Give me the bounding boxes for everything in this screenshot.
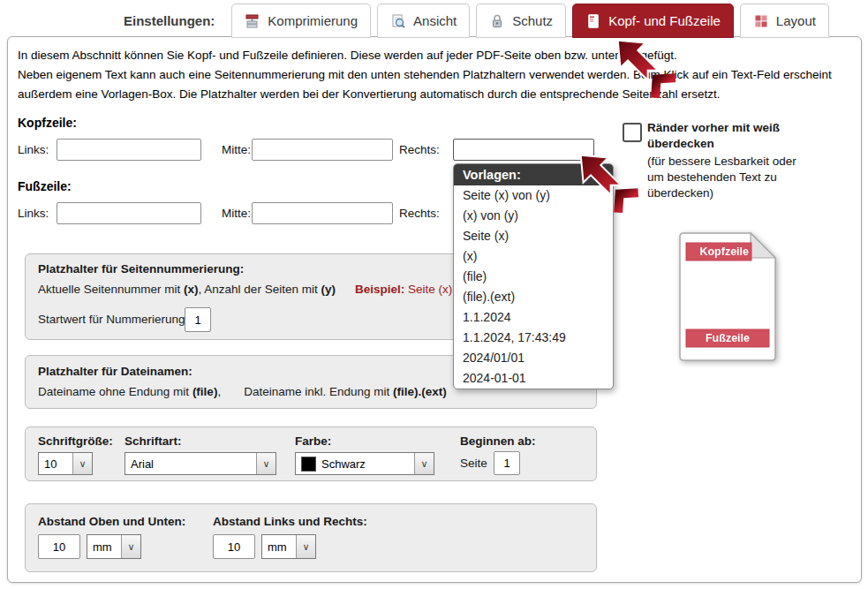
tab-label: Ansicht [413, 13, 457, 28]
fusszeile-rechts-label: Rechts: [399, 207, 440, 220]
grid-icon [753, 13, 769, 29]
fusszeile-mitte-label: Mitte: [222, 207, 251, 220]
compress-icon [245, 13, 260, 29]
kopfzeile-rechts-label: Rechts: [399, 143, 440, 156]
overlay-margins-label[interactable]: Ränder vorher mit weiß überdecken [647, 120, 799, 152]
vorlagen-item[interactable]: Seite (x) von (y) [454, 185, 613, 206]
folded-corner [751, 233, 775, 258]
chevron-down-icon: ∨ [296, 535, 315, 558]
font-size-label: Schriftgröße: [38, 434, 113, 448]
begin-page-input[interactable] [494, 451, 520, 475]
chevron-down-icon: ∨ [414, 453, 434, 474]
vorlagen-item[interactable]: (file).(ext) [454, 287, 613, 307]
font-family-label: Schriftart: [125, 434, 182, 448]
vorlagen-item[interactable]: Seite (x) [454, 226, 613, 246]
overlay-margins-checkbox[interactable] [623, 123, 642, 142]
margins-section: Abstand Oben und Unten: mm ∨ Abstand Lin… [25, 503, 597, 572]
fusszeile-title: Fußzeile: [18, 179, 72, 193]
fusszeile-links-label: Links: [18, 207, 49, 220]
placeholder-y: (y) [321, 283, 336, 296]
tab-label: Schutz [512, 13, 553, 28]
font-color-select[interactable]: Schwarz ∨ [295, 452, 434, 475]
page-preview: Kopfzeile Fußzeile [671, 230, 782, 366]
fusszeile-mitte-input[interactable] [252, 202, 393, 224]
view-icon [390, 13, 406, 29]
kopfzeile-title: Kopfzeile: [18, 116, 77, 130]
preview-header-label: Kopfzeile [699, 245, 749, 258]
tab-bar: Einstellungen: Komprimierung Ansicht Sch… [124, 4, 829, 38]
filename-description: Dateiname ohne Endung mit (file),Dateina… [38, 385, 447, 398]
vorlagen-item[interactable]: (x) von (y) [454, 206, 613, 226]
numbering-description: Aktuelle Seitennummer mit (x), Anzahl de… [38, 283, 492, 296]
vorlagen-header: Vorlagen: [454, 164, 613, 185]
placeholder-x: (x) [184, 283, 199, 296]
font-section: Schriftgröße: 10 ∨ Schriftart: Arial ∨ F… [25, 427, 597, 481]
vorlagen-item[interactable]: (file) [454, 267, 613, 287]
vorlagen-item[interactable]: (x) [454, 246, 613, 267]
lock-icon [489, 13, 505, 29]
begin-page-label: Seite [460, 457, 487, 470]
chevron-down-icon: ∨ [256, 453, 275, 474]
tab-label: Layout [776, 13, 816, 28]
tab-ansicht[interactable]: Ansicht [377, 4, 470, 38]
numbering-title: Platzhalter für Seitennummerierung: [38, 262, 244, 276]
kopfzeile-mitte-input[interactable] [252, 139, 393, 161]
tab-layout[interactable]: Layout [740, 4, 829, 38]
font-family-select[interactable]: Arial ∨ [125, 452, 276, 475]
fusszeile-links-input[interactable] [57, 202, 201, 224]
kopfzeile-mitte-label: Mitte: [222, 143, 251, 156]
document-icon [585, 13, 601, 29]
color-swatch [301, 457, 316, 472]
margin-lr-input[interactable] [213, 534, 255, 559]
vorlagen-item[interactable]: 2024-01-01 [454, 368, 613, 389]
numbering-start-input[interactable] [185, 307, 211, 332]
kopfzeile-links-input[interactable] [57, 139, 201, 161]
tab-komprimierung[interactable]: Komprimierung [231, 4, 371, 38]
kopfzeile-rechts-input[interactable] [453, 139, 594, 161]
tab-label: Kopf- und Fußzeile [608, 13, 721, 28]
margin-lr-label: Abstand Links und Rechts: [213, 515, 367, 528]
vorlagen-item[interactable]: 1.1.2024, 17:43:49 [454, 328, 613, 348]
placeholder-file: (file) [192, 385, 218, 398]
numbering-start-label: Startwert für Nummerierung: [38, 313, 188, 326]
chevron-down-icon: ∨ [121, 535, 140, 558]
overlay-margins-hint: (für bessere Lesbarkeit oder um bestehen… [647, 154, 815, 201]
margin-tb-unit-select[interactable]: mm ∨ [87, 534, 141, 559]
settings-label: Einstellungen: [124, 13, 215, 28]
font-color-label: Farbe: [295, 434, 331, 448]
begin-at-label: Beginnen ab: [460, 434, 536, 448]
margin-tb-input[interactable] [38, 534, 80, 559]
margin-tb-label: Abstand Oben und Unten: [38, 515, 185, 528]
chevron-down-icon: ∨ [72, 453, 92, 474]
filename-title: Platzhalter für Dateinamen: [38, 365, 192, 378]
vorlagen-item[interactable]: 1.1.2024 [454, 307, 613, 328]
placeholder-file-ext: (file).(ext) [393, 385, 447, 398]
intro-text: In diesem Abschnitt können Sie Kopf- und… [18, 46, 857, 104]
tab-kopf-und-fusszeile[interactable]: Kopf- und Fußzeile [572, 4, 734, 38]
vorlagen-dropdown: Vorlagen: Seite (x) von (y) (x) von (y) … [453, 163, 614, 389]
kopfzeile-links-label: Links: [18, 143, 49, 156]
vorlagen-item[interactable]: 2024/01/01 [454, 348, 613, 368]
margin-lr-unit-select[interactable]: mm ∨ [261, 534, 316, 559]
font-size-select[interactable]: 10 ∨ [38, 452, 93, 475]
tab-label: Komprimierung [268, 13, 358, 28]
preview-footer-label: Fußzeile [706, 332, 750, 344]
tab-schutz[interactable]: Schutz [476, 4, 566, 38]
